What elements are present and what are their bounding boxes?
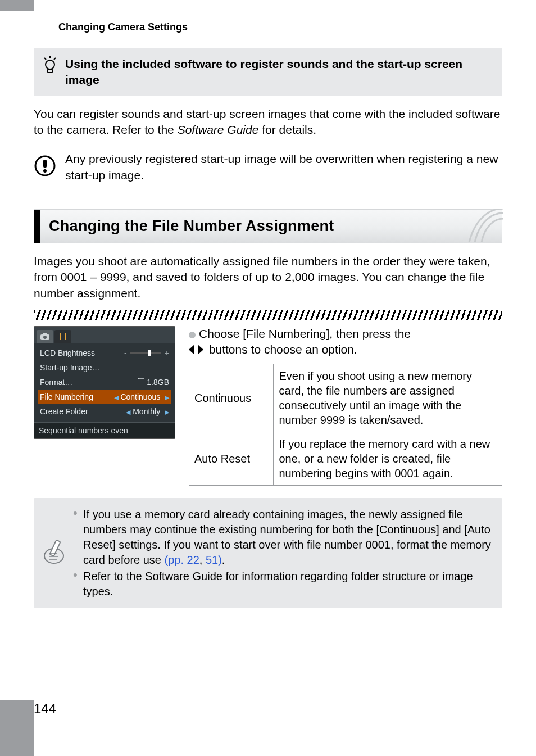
li2-ref: Software Guide (145, 570, 222, 582)
startup-label: Start-up Image… (40, 363, 100, 372)
section-heading-block: Changing the File Number Assignment (34, 209, 502, 243)
tip-title: Using the included software to register … (65, 56, 493, 88)
format-label: Format… (40, 378, 72, 387)
options-table: Continuous Even if you shoot using a new… (189, 364, 502, 486)
corner-decoration (458, 209, 503, 242)
option-continuous-label: Continuous (189, 364, 273, 432)
section-intro: Images you shoot are automatically assig… (34, 253, 502, 301)
svg-rect-11 (60, 337, 61, 340)
list-item: Refer to the Software Guide for informat… (73, 569, 493, 599)
li2-a: Refer to the (83, 570, 145, 582)
gutter-top (0, 0, 34, 11)
note-list: If you use a memory card already contain… (73, 506, 493, 600)
pencil-note-icon (43, 539, 65, 567)
svg-point-3 (46, 60, 54, 69)
row-file-numbering: File Numbering ◀ Continuous ▶ (38, 390, 171, 404)
table-row: Auto Reset If you replace the memory car… (189, 432, 502, 485)
svg-line-2 (54, 58, 56, 60)
row-create-folder: Create Folder ◀ Monthly ▶ (38, 404, 171, 419)
svg-point-10 (43, 336, 47, 339)
tab-tools-icon (54, 330, 71, 343)
running-header: Changing Camera Settings (58, 21, 502, 33)
tab-camera-icon (37, 330, 53, 343)
folder-value-wrap: ◀ Monthly ▶ (126, 407, 169, 416)
page-link-22[interactable]: (pp. 22 (165, 554, 199, 566)
row-lcd-brightness: LCD Brightness -+ (38, 346, 171, 360)
overwrite-text: Any previously registered start-up image… (65, 151, 502, 183)
instruction-line: Choose [File Numbering], then press the … (189, 326, 502, 359)
menu-tabs (34, 327, 175, 343)
brightness-slider: -+ (124, 350, 169, 356)
instruction-column: Choose [File Numbering], then press the … (189, 326, 502, 486)
instr-b: buttons to choose an option. (206, 343, 357, 356)
tip-callout: Using the included software to register … (34, 48, 502, 96)
filenum-label: File Numbering (40, 392, 93, 401)
svg-marker-14 (198, 345, 203, 355)
page-link-51[interactable]: 51) (206, 554, 222, 566)
folder-label: Create Folder (40, 407, 88, 416)
li1-mid: , (199, 554, 206, 566)
row-format: Format… 1.8GB (38, 375, 171, 390)
svg-rect-6 (43, 160, 47, 168)
step-bullet-icon (189, 332, 196, 338)
hatch-divider (34, 310, 502, 320)
svg-rect-9 (43, 333, 47, 335)
svg-rect-4 (48, 69, 52, 73)
instr-a: Choose [File Numbering], then press the (199, 327, 411, 340)
caution-icon (34, 155, 56, 179)
overwrite-note: Any previously registered start-up image… (34, 151, 502, 183)
row-startup-image: Start-up Image… (38, 360, 171, 375)
heading-bar (34, 210, 40, 243)
li1-a: If you use a memory card already contain… (83, 508, 491, 566)
option-autoreset-label: Auto Reset (189, 432, 273, 485)
table-row: Continuous Even if you shoot using a new… (189, 364, 502, 432)
intro-text-b: for details. (258, 123, 316, 136)
menu-help-text: Sequential numbers even (34, 422, 175, 438)
option-autoreset-desc: If you replace the memory card with a ne… (273, 432, 502, 485)
software-guide-ref: Software Guide (178, 123, 259, 136)
svg-marker-13 (189, 345, 194, 355)
camera-menu-screenshot: LCD Brightness -+ Start-up Image… Format… (34, 326, 175, 439)
lcd-label: LCD Brightness (40, 348, 95, 357)
intro-paragraph: You can register sounds and start-up scr… (34, 106, 502, 138)
lightbulb-icon (43, 56, 57, 78)
left-right-buttons-icon (189, 343, 203, 359)
menu-list: LCD Brightness -+ Start-up Image… Format… (34, 343, 175, 422)
page-number: 144 (34, 701, 56, 717)
filenum-value: Continuous (120, 392, 160, 401)
svg-rect-12 (65, 337, 66, 340)
format-value: 1.8GB (138, 378, 169, 387)
svg-line-1 (44, 58, 46, 60)
section-title: Changing the File Number Assignment (49, 218, 492, 235)
option-continuous-desc: Even if you shoot using a new memory car… (273, 364, 502, 432)
list-item: If you use a memory card already contain… (73, 507, 493, 568)
svg-point-7 (43, 169, 47, 173)
folder-value: Monthly (133, 407, 160, 416)
filenum-value-wrap: ◀ Continuous ▶ (114, 392, 170, 401)
li1-b: . (222, 554, 225, 566)
gutter-bottom (0, 700, 34, 756)
note-callout: If you use a memory card already contain… (34, 498, 502, 608)
